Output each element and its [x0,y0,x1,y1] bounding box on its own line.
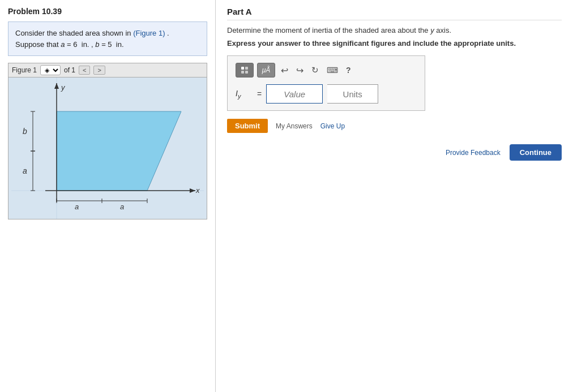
part-question: Determine the moment of inertia of the s… [227,26,562,35]
mu-button[interactable]: μÅ [257,63,275,77]
svg-text:a: a [23,166,27,175]
figure-diagram: y x b a [8,77,207,219]
figure-prev-button[interactable]: < [79,66,90,75]
answer-box: μÅ ↩ ↪ ↻ ⌨ ? Iy = [227,55,425,111]
answer-row: Iy = [236,84,417,104]
answer-label: Iy [236,89,253,100]
svg-text:b: b [23,127,27,136]
value-input[interactable] [266,84,323,104]
toolbar: μÅ ↩ ↪ ↻ ⌨ ? [236,63,417,77]
figure-link[interactable]: (Figure 1) [133,29,165,37]
feedback-link[interactable]: Provide Feedback [446,149,501,157]
submit-button[interactable]: Submit [227,119,268,133]
matrix-button[interactable] [236,63,254,77]
svg-text:a: a [75,203,79,211]
my-answers-label: My Answers [276,122,313,130]
continue-button[interactable]: Continue [510,144,562,161]
part-title: Part A [227,7,562,20]
help-button[interactable]: ? [344,64,353,76]
mu-label: μÅ [262,66,271,74]
left-panel: Problem 10.39 Consider the shaded area s… [0,0,215,392]
equals-sign: = [257,89,262,98]
keyboard-button[interactable]: ⌨ [324,64,340,76]
undo-button[interactable]: ↩ [279,64,290,77]
svg-text:a: a [120,203,124,211]
figure-header: Figure 1 ◈ of 1 < > [8,63,207,77]
submit-row: Submit My Answers Give Up [227,119,562,133]
figure-svg: y x b a [8,77,207,219]
part-instruction: Express your answer to three significant… [227,39,562,48]
units-input[interactable] [327,84,378,104]
svg-text:x: x [195,186,200,195]
figure-select[interactable]: ◈ [40,65,61,75]
problem-description: Consider the shaded area shown in (Figur… [8,21,207,56]
figure-label: Figure 1 [12,66,37,74]
give-up-link[interactable]: Give Up [320,122,345,130]
redo-button[interactable]: ↪ [294,64,306,77]
figure-of: of 1 [64,66,75,74]
figure-next-button[interactable]: > [93,66,105,75]
bottom-row: Provide Feedback Continue [227,144,562,161]
figure-container: Figure 1 ◈ of 1 < > [8,63,207,219]
refresh-button[interactable]: ↻ [309,64,321,76]
right-panel: Part A Determine the moment of inertia o… [215,0,573,392]
problem-title: Problem 10.39 [8,7,207,16]
